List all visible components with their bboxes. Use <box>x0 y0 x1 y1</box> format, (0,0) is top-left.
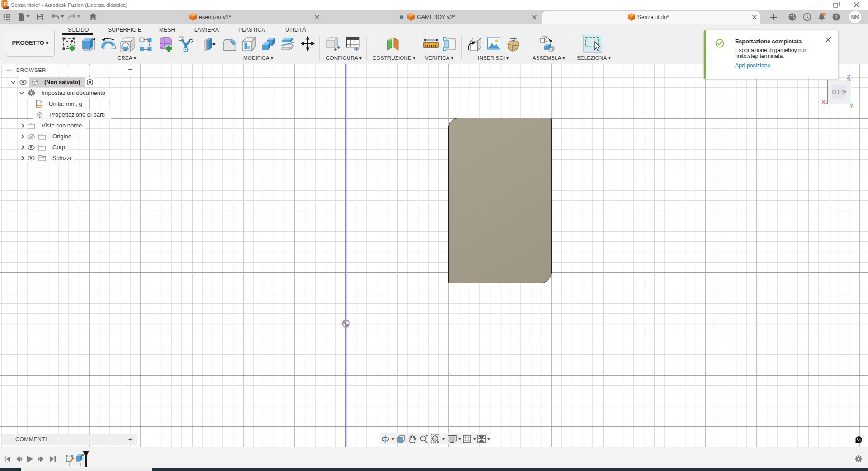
svg-text:?: ? <box>835 14 838 20</box>
svg-text:F: F <box>4 1 7 7</box>
